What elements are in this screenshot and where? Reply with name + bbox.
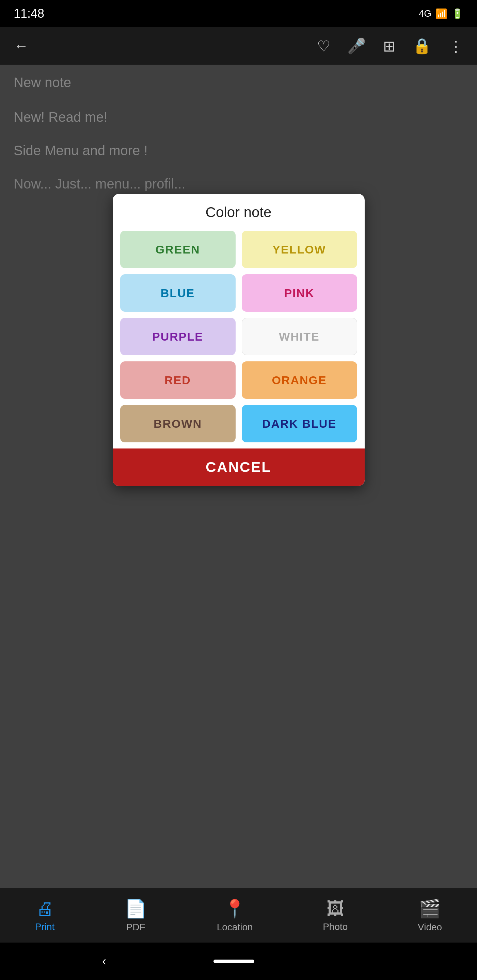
modal-dialog: Color note GREEN YELLOW BLUE PINK bbox=[113, 194, 365, 486]
nav-print[interactable]: 🖨 Print bbox=[35, 898, 55, 932]
qr-icon[interactable]: ⊞ bbox=[383, 37, 396, 55]
color-yellow-button[interactable]: YELLOW bbox=[242, 231, 357, 268]
nav-photo-label: Photo bbox=[323, 921, 348, 932]
video-icon: 🎬 bbox=[419, 898, 441, 919]
nav-video-label: Video bbox=[418, 922, 442, 933]
app-wrapper: 11:48 4G 📶 🔋 ← ♡ 🎤 ⊞ 🔒 ⋮ New note New! R… bbox=[0, 0, 477, 980]
toolbar-right: ♡ 🎤 ⊞ 🔒 ⋮ bbox=[317, 37, 463, 55]
nav-location-label: Location bbox=[217, 922, 253, 933]
content-area: New note New! Read me! Side Menu and mor… bbox=[0, 65, 477, 888]
bottom-nav: 🖨 Print 📄 PDF 📍 Location 🖼 Photo 🎬 Video bbox=[0, 888, 477, 943]
location-icon: 📍 bbox=[224, 898, 246, 919]
color-brown-button[interactable]: BROWN bbox=[120, 405, 236, 442]
status-bar: 11:48 4G 📶 🔋 bbox=[0, 0, 477, 27]
print-icon: 🖨 bbox=[36, 898, 54, 919]
color-purple-button[interactable]: PURPLE bbox=[120, 318, 236, 355]
status-icons: 4G 📶 🔋 bbox=[419, 8, 463, 19]
photo-icon: 🖼 bbox=[327, 898, 344, 919]
system-nav: ‹ bbox=[0, 943, 477, 980]
battery-icon: 🔋 bbox=[451, 8, 463, 19]
cancel-button[interactable]: CANCEL bbox=[113, 449, 365, 486]
color-white-button[interactable]: WHITE bbox=[242, 318, 357, 355]
color-orange-button[interactable]: ORANGE bbox=[242, 361, 357, 399]
wifi-icon: 📶 bbox=[436, 8, 447, 19]
nav-photo[interactable]: 🖼 Photo bbox=[323, 898, 348, 932]
home-nav-button[interactable] bbox=[214, 959, 254, 963]
toolbar: ← ♡ 🎤 ⊞ 🔒 ⋮ bbox=[0, 27, 477, 65]
color-pink-button[interactable]: PINK bbox=[242, 274, 357, 312]
pdf-icon: 📄 bbox=[124, 898, 147, 919]
heart-icon[interactable]: ♡ bbox=[317, 37, 330, 55]
nav-pdf[interactable]: 📄 PDF bbox=[124, 898, 147, 933]
back-nav-button[interactable]: ‹ bbox=[102, 954, 106, 969]
back-button[interactable]: ← bbox=[14, 37, 29, 54]
color-grid: GREEN YELLOW BLUE PINK PURPLE bbox=[113, 227, 365, 449]
color-darkblue-button[interactable]: DARK BLUE bbox=[242, 405, 357, 442]
color-green-button[interactable]: GREEN bbox=[120, 231, 236, 268]
nav-pdf-label: PDF bbox=[126, 922, 145, 933]
status-time: 11:48 bbox=[14, 6, 44, 21]
nav-print-label: Print bbox=[35, 921, 55, 932]
signal-icon: 4G bbox=[419, 8, 431, 19]
color-red-button[interactable]: RED bbox=[120, 361, 236, 399]
nav-location[interactable]: 📍 Location bbox=[217, 898, 253, 933]
modal-title: Color note bbox=[113, 194, 365, 227]
mic-icon[interactable]: 🎤 bbox=[347, 37, 366, 55]
nav-video[interactable]: 🎬 Video bbox=[418, 898, 442, 933]
more-icon[interactable]: ⋮ bbox=[448, 37, 463, 55]
color-blue-button[interactable]: BLUE bbox=[120, 274, 236, 312]
modal-overlay: Color note GREEN YELLOW BLUE PINK bbox=[0, 65, 477, 888]
lock-icon[interactable]: 🔒 bbox=[413, 37, 431, 55]
